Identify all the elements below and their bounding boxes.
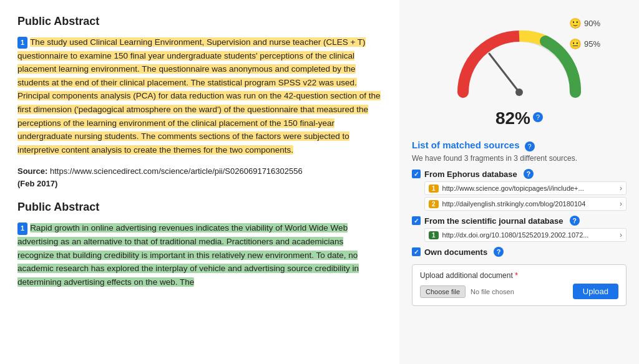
own-docs-label: Own documents ? — [412, 247, 627, 257]
ephorus-badge-2: 2 — [429, 200, 439, 208]
upload-label: Upload additional document * — [420, 271, 618, 280]
ephorus-url-2[interactable]: 2 http://dailyenglish.strikingly.com/blo… — [424, 197, 627, 211]
ephorus-arrow-2: › — [620, 199, 622, 208]
left-panel: Public Abstract 1The study used Clinical… — [0, 0, 399, 364]
journal-url-1[interactable]: 1 http://dx.doi.org/10.1080/15252019.200… — [424, 228, 627, 242]
abstract1-text: The study used Clinical Learning Environ… — [17, 37, 381, 155]
abstract1-badge: 1 — [17, 37, 27, 49]
own-docs-help-icon[interactable]: ? — [494, 247, 504, 257]
gauge-95-item: 😐 95% — [569, 38, 600, 50]
ephorus-checkbox-icon[interactable] — [412, 170, 421, 178]
smiley-95-icon: 😐 — [569, 38, 582, 50]
upload-row: Choose file No file chosen Upload — [420, 284, 618, 299]
sources-subtext: We have found 3 fragments in 3 different… — [412, 154, 627, 163]
own-docs-group: Own documents ? — [412, 247, 627, 257]
sources-section: List of matched sources ? We have found … — [412, 140, 627, 163]
ephorus-help-icon[interactable]: ? — [524, 169, 534, 179]
upload-button[interactable]: Upload — [573, 284, 618, 299]
source-label: Source: — [17, 166, 47, 176]
svg-line-0 — [489, 54, 519, 92]
journal-label: From the scientific journal database ? — [412, 216, 627, 226]
abstract2-badge: 1 — [17, 223, 27, 235]
ephorus-url-1[interactable]: 1 http://www.science.gov/topicpages/i/in… — [424, 181, 627, 195]
ephorus-group: From Ephorus database ? 1 http://www.sci… — [412, 169, 627, 211]
gauge-90-pct: 90% — [584, 19, 600, 28]
right-panel: 🙂 90% 😐 95% 82% ? List of matched source… — [399, 0, 639, 364]
ephorus-url-text-2: http://dailyenglish.strikingly.com/blog/… — [442, 200, 616, 208]
upload-required: * — [515, 271, 518, 280]
sources-header: List of matched sources — [412, 140, 520, 150]
source-url: https://www.sciencedirect.com/science/ar… — [50, 166, 303, 176]
no-file-text: No file chosen — [471, 288, 514, 295]
own-docs-label-text: Own documents — [424, 247, 487, 257]
ephorus-label-text: From Ephorus database — [424, 170, 517, 179]
journal-checkbox-icon[interactable] — [412, 216, 421, 225]
abstract2-text: Rapid growth in online advertising reven… — [17, 223, 359, 286]
gauge-help-icon[interactable]: ? — [533, 112, 543, 122]
upload-box: Upload additional document * Choose file… — [412, 264, 627, 306]
gauge-svg — [451, 24, 588, 105]
journal-badge-1: 1 — [429, 231, 439, 239]
ephorus-label: From Ephorus database ? — [412, 169, 627, 179]
choose-file-button[interactable]: Choose file — [420, 285, 466, 298]
ephorus-badge-1: 1 — [429, 184, 439, 193]
journal-arrow-1: › — [620, 231, 622, 239]
journal-group: From the scientific journal database ? 1… — [412, 216, 627, 242]
section1-title: Public Abstract — [17, 15, 382, 28]
journal-label-text: From the scientific journal database — [424, 216, 563, 226]
own-docs-checkbox-icon[interactable] — [412, 247, 421, 256]
ephorus-arrow-1: › — [620, 184, 622, 193]
source-line: Source: https://www.sciencedirect.com/sc… — [17, 165, 382, 189]
smiley-90-icon: 🙂 — [569, 17, 582, 29]
abstract2-paragraph: 1Rapid growth in online advertising reve… — [17, 221, 382, 289]
gauge-90-item: 🙂 90% — [569, 17, 600, 29]
section2-title: Public Abstract — [17, 201, 382, 214]
gauge-container: 🙂 90% 😐 95% 82% ? — [412, 11, 627, 128]
journal-help-icon[interactable]: ? — [570, 216, 580, 226]
svg-point-1 — [515, 89, 523, 96]
journal-url-text-1: http://dx.doi.org/10.1080/15252019.2002.… — [442, 231, 616, 239]
gauge-95-pct: 95% — [584, 39, 600, 49]
source-date: (Feb 2017) — [17, 179, 57, 188]
ephorus-url-text-1: http://www.science.gov/topicpages/i/incl… — [442, 184, 616, 192]
sources-help-icon[interactable]: ? — [525, 141, 535, 151]
gauge-value: 82% — [495, 108, 530, 128]
abstract1-paragraph: 1The study used Clinical Learning Enviro… — [17, 36, 382, 156]
